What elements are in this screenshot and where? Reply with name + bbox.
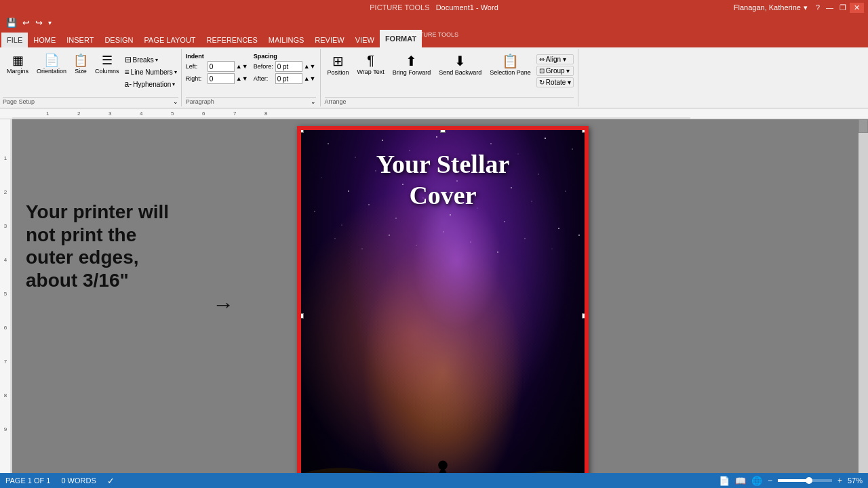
- handle-top-right[interactable]: [582, 127, 587, 133]
- view-read-icon[interactable]: 📖: [735, 476, 746, 486]
- close-button[interactable]: ✕: [850, 3, 864, 13]
- undo-button[interactable]: ↩: [20, 17, 32, 28]
- orientation-button[interactable]: 📄 Orientation: [34, 52, 69, 76]
- arrange-group: ⊞ Position ¶ Wrap Text ⬆ Bring Forward ⬇…: [321, 49, 579, 106]
- svg-point-50: [361, 248, 362, 249]
- send-backward-button[interactable]: ⬇ Send Backward: [436, 52, 484, 77]
- svg-point-49: [334, 238, 335, 239]
- breaks-button[interactable]: ⊟Breaks▾: [123, 54, 178, 65]
- zoom-level: 57%: [848, 476, 863, 485]
- minimize-button[interactable]: —: [823, 3, 836, 13]
- selection-pane-button[interactable]: 📋 Selection Pane: [487, 52, 534, 77]
- handle-top-left[interactable]: [298, 127, 304, 133]
- proofing-icon[interactable]: ✓: [107, 476, 115, 486]
- bring-forward-button[interactable]: ⬆ Bring Forward: [390, 52, 434, 77]
- svg-text:9: 9: [4, 426, 7, 432]
- svg-point-44: [450, 214, 451, 216]
- document-page: Your Stellar Cover: [297, 126, 589, 473]
- svg-point-53: [443, 231, 444, 232]
- indent-right-input[interactable]: [208, 73, 235, 84]
- svg-point-57: [552, 249, 553, 249]
- group-button[interactable]: ⊡Group ▾: [536, 66, 574, 76]
- view-web-icon[interactable]: 🌐: [751, 476, 762, 486]
- svg-point-21: [382, 140, 383, 141]
- scroll-area[interactable]: Your printer will not print the outer ed…: [12, 119, 868, 473]
- svg-point-56: [524, 238, 525, 239]
- spacing-before-input[interactable]: [275, 61, 302, 72]
- handle-mid-left[interactable]: [298, 313, 304, 319]
- spacing-label: Spacing: [254, 53, 316, 60]
- svg-point-39: [314, 211, 315, 212]
- svg-text:1: 1: [46, 110, 50, 117]
- hyphenation-button[interactable]: a-Hyphenation▾: [123, 79, 178, 89]
- svg-point-52: [416, 245, 417, 246]
- indent-left-input[interactable]: [208, 61, 235, 72]
- word-count: 0 WORDS: [61, 476, 96, 485]
- handle-top-center[interactable]: [440, 127, 446, 133]
- svg-text:4: 4: [4, 257, 7, 263]
- restore-button[interactable]: ❐: [837, 3, 849, 13]
- svg-text:2: 2: [4, 189, 7, 195]
- paragraph-label: Paragraph: [186, 98, 214, 105]
- status-bar: PAGE 1 OF 1 0 WORDS ✓ 📄 📖 🌐 − + 57%: [0, 473, 868, 488]
- svg-text:8: 8: [264, 110, 268, 117]
- page-setup-group: ▦ Margins 📄 Orientation 📋 Size ☰ Columns…: [0, 49, 182, 106]
- picture-tools-label: PICTURE TOOLS: [0, 31, 868, 38]
- app-title: PICTURE TOOLS Document1 - Word: [370, 3, 498, 12]
- save-button[interactable]: 💾: [4, 17, 19, 28]
- zoom-in-button[interactable]: +: [837, 476, 842, 485]
- cover-image[interactable]: Your Stellar Cover: [297, 126, 589, 473]
- spacing-before-label: Before:: [254, 63, 274, 70]
- vertical-ruler: 1 2 3 4 5 6 7 8 9: [0, 119, 12, 473]
- printer-annotation: Your printer will not print the outer ed…: [26, 201, 243, 291]
- svg-point-61: [438, 461, 448, 470]
- cover-title: Your Stellar Cover: [301, 149, 585, 211]
- redo-button[interactable]: ↪: [33, 17, 45, 28]
- svg-text:7: 7: [4, 359, 7, 365]
- svg-point-46: [504, 221, 505, 222]
- view-normal-icon[interactable]: 📄: [719, 476, 730, 486]
- rotate-button[interactable]: ↻Rotate ▾: [536, 77, 574, 87]
- svg-point-55: [497, 251, 498, 253]
- columns-button[interactable]: ☰ Columns: [92, 52, 122, 76]
- svg-point-25: [490, 143, 492, 144]
- svg-text:5: 5: [171, 110, 174, 117]
- svg-point-27: [545, 138, 546, 139]
- svg-point-51: [389, 235, 390, 236]
- zoom-out-button[interactable]: −: [768, 476, 772, 485]
- margins-button[interactable]: ▦ Margins: [3, 52, 33, 76]
- help-button[interactable]: ?: [813, 3, 823, 13]
- status-right: 📄 📖 🌐 − + 57%: [719, 476, 863, 486]
- arrow-icon: →: [212, 292, 234, 317]
- svg-text:6: 6: [202, 110, 205, 117]
- page-setup-expand-icon[interactable]: ⌄: [173, 98, 178, 105]
- wrap-text-button[interactable]: ¶ Wrap Text: [355, 52, 387, 77]
- page-setup-label: Page Setup: [3, 98, 35, 105]
- svg-text:5: 5: [4, 291, 7, 297]
- customize-quick-access-button[interactable]: ▾: [46, 18, 54, 27]
- size-button[interactable]: 📋 Size: [71, 52, 91, 76]
- position-button[interactable]: ⊞ Position: [325, 52, 352, 77]
- svg-point-40: [342, 225, 342, 226]
- svg-text:3: 3: [4, 223, 7, 229]
- paragraph-group: Indent Left: ▲▼ Right: ▲▼ Spacing Before…: [182, 49, 321, 106]
- zoom-slider[interactable]: [778, 479, 832, 482]
- svg-point-42: [395, 218, 396, 218]
- svg-text:4: 4: [140, 110, 143, 117]
- line-numbers-button[interactable]: ≡Line Numbers▾: [123, 66, 178, 77]
- svg-point-58: [578, 235, 580, 236]
- ground-silhouette: [301, 400, 585, 473]
- svg-text:7: 7: [233, 110, 237, 117]
- user-info: Flanagan, Katherine ▾: [734, 3, 808, 12]
- ruler-strip: 1 2 3 4 5 6 7 8: [12, 108, 868, 119]
- handle-mid-right[interactable]: [582, 313, 587, 319]
- page-info: PAGE 1 OF 1: [5, 476, 50, 485]
- svg-point-48: [558, 228, 559, 229]
- svg-text:2: 2: [77, 110, 81, 117]
- spacing-after-label: After:: [254, 75, 274, 82]
- vertical-scrollbar[interactable]: [859, 119, 868, 473]
- paragraph-expand-icon[interactable]: ⌄: [311, 98, 316, 105]
- align-button[interactable]: ⇔Align ▾: [536, 54, 574, 64]
- svg-text:6: 6: [4, 325, 7, 331]
- spacing-after-input[interactable]: [275, 73, 302, 84]
